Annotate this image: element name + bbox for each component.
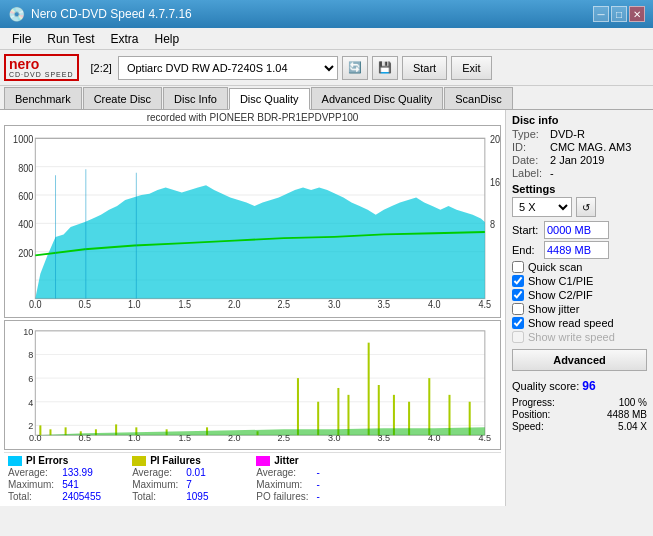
show-read-speed-label: Show read speed [528,317,614,329]
end-mb-row: End: [512,241,647,259]
tab-advanced-disc-quality[interactable]: Advanced Disc Quality [311,87,444,109]
progress-section: Progress: 100 % Position: 4488 MB Speed:… [512,397,647,432]
menubar: File Run Test Extra Help [0,28,653,50]
tab-disc-quality[interactable]: Disc Quality [229,88,310,110]
svg-text:2.5: 2.5 [278,299,291,311]
top-chart-svg: 1000 800 600 400 200 20 16 8 0.0 0.5 1.0… [5,126,500,317]
svg-text:0.0: 0.0 [29,299,42,311]
id-value: CMC MAG. AM3 [550,141,647,153]
show-read-speed-checkbox[interactable] [512,317,524,329]
bottom-chart: 10 8 6 4 2 0.0 0.5 1.0 1.5 2.0 2.5 3.0 3… [4,320,501,450]
quick-scan-row: Quick scan [512,261,647,273]
quality-value: 96 [582,379,595,393]
progress-label: Progress: [512,397,555,408]
menu-run-test[interactable]: Run Test [39,30,102,48]
svg-text:800: 800 [18,162,33,174]
po-failures-row: PO failures: - [256,491,366,502]
settings-title: Settings [512,183,647,195]
svg-text:8: 8 [490,218,495,230]
disc-info-title: Disc info [512,114,647,126]
start-mb-input[interactable] [544,221,609,239]
show-jitter-row: Show jitter [512,303,647,315]
date-value: 2 Jan 2019 [550,154,647,166]
titlebar-title: Nero CD-DVD Speed 4.7.7.16 [31,7,192,21]
svg-text:600: 600 [18,190,33,202]
svg-text:1.5: 1.5 [179,299,192,311]
pi-errors-max-row: Maximum: 541 [8,479,112,490]
speed-select[interactable]: 5 X [512,197,572,217]
bottom-chart-svg: 10 8 6 4 2 0.0 0.5 1.0 1.5 2.0 2.5 3.0 3… [5,321,500,449]
refresh-icon-button[interactable]: 🔄 [342,56,368,80]
id-label: ID: [512,141,550,153]
type-value: DVD-R [550,128,647,140]
tab-scandisc[interactable]: ScanDisc [444,87,512,109]
disc-label-value: - [550,167,647,179]
speed-row-prog: Speed: 5.04 X [512,421,647,432]
pi-errors-legend: PI Errors Average: 133.99 Maximum: 541 T… [8,455,112,502]
svg-text:4: 4 [28,398,33,408]
menu-help[interactable]: Help [147,30,188,48]
save-icon-button[interactable]: 💾 [372,56,398,80]
titlebar: 💿 Nero CD-DVD Speed 4.7.7.16 ─ □ ✕ [0,0,653,28]
date-row: Date: 2 Jan 2019 [512,154,647,166]
main-content: recorded with PIONEER BDR-PR1EPDVPP100 1… [0,110,653,506]
jitter-avg-row: Average: - [256,467,366,478]
speed-row: 5 X ↺ [512,197,647,217]
titlebar-buttons[interactable]: ─ □ ✕ [593,6,645,22]
svg-text:2.0: 2.0 [228,299,241,311]
legend-area: PI Errors Average: 133.99 Maximum: 541 T… [4,452,501,504]
drive-select[interactable]: Optiarc DVD RW AD-7240S 1.04 [118,56,338,80]
show-c2-row: Show C2/PIF [512,289,647,301]
svg-text:8: 8 [28,351,33,361]
show-c2-checkbox[interactable] [512,289,524,301]
show-c1-checkbox[interactable] [512,275,524,287]
pi-failures-total-row: Total: 1095 [132,491,236,502]
menu-extra[interactable]: Extra [102,30,146,48]
svg-text:2: 2 [28,421,33,431]
settings-refresh-icon[interactable]: ↺ [576,197,596,217]
progress-value: 100 % [619,397,647,408]
minimize-button[interactable]: ─ [593,6,609,22]
end-mb-input[interactable] [544,241,609,259]
exit-button[interactable]: Exit [451,56,491,80]
svg-text:3.5: 3.5 [378,299,391,311]
date-label: Date: [512,154,550,166]
quick-scan-label: Quick scan [528,261,582,273]
tab-create-disc[interactable]: Create Disc [83,87,162,109]
type-label: Type: [512,128,550,140]
show-jitter-checkbox[interactable] [512,303,524,315]
position-row: Position: 4488 MB [512,409,647,420]
start-mb-label: Start: [512,224,540,236]
quick-scan-checkbox[interactable] [512,261,524,273]
menu-file[interactable]: File [4,30,39,48]
pi-errors-total-row: Total: 2405455 [8,491,112,502]
svg-text:1000: 1000 [13,133,34,145]
svg-text:4.0: 4.0 [428,299,441,311]
pi-errors-avg-row: Average: 133.99 [8,467,112,478]
advanced-button[interactable]: Advanced [512,349,647,371]
show-c2-label: Show C2/PIF [528,289,593,301]
maximize-button[interactable]: □ [611,6,627,22]
show-write-speed-row: Show write speed [512,331,647,343]
end-mb-label: End: [512,244,540,256]
start-mb-row: Start: [512,221,647,239]
show-read-speed-row: Show read speed [512,317,647,329]
tab-disc-info[interactable]: Disc Info [163,87,228,109]
svg-text:16: 16 [490,177,500,189]
start-button[interactable]: Start [402,56,447,80]
tab-benchmark[interactable]: Benchmark [4,87,82,109]
jitter-color [256,456,270,466]
svg-text:400: 400 [18,218,33,230]
speed-prog-value: 5.04 X [618,421,647,432]
close-button[interactable]: ✕ [629,6,645,22]
svg-text:10: 10 [23,327,33,337]
chart-subtitle: recorded with PIONEER BDR-PR1EPDVPP100 [4,112,501,123]
svg-text:20: 20 [490,133,500,145]
show-write-speed-checkbox [512,331,524,343]
svg-text:200: 200 [18,247,33,259]
svg-text:6: 6 [28,374,33,384]
pi-failures-title: PI Failures [132,455,236,466]
disc-label-label: Label: [512,167,550,179]
position-label: Position: [512,409,550,420]
svg-text:3.0: 3.0 [328,299,341,311]
